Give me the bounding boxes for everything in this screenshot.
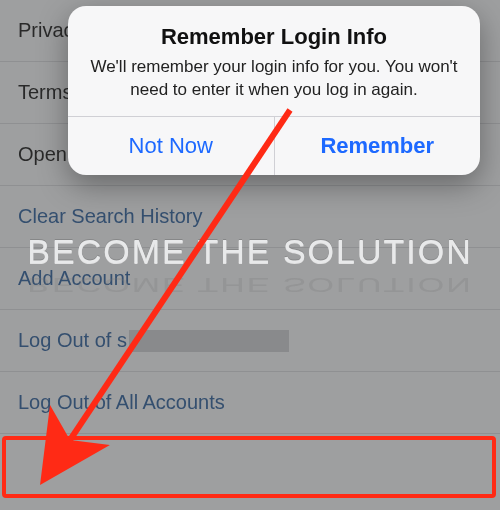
remember-button[interactable]: Remember	[274, 117, 481, 175]
alert-content: Remember Login Info We'll remember your …	[68, 6, 480, 116]
not-now-button[interactable]: Not Now	[68, 117, 274, 175]
alert-buttons: Not Now Remember	[68, 116, 480, 175]
remember-login-alert: Remember Login Info We'll remember your …	[68, 6, 480, 175]
alert-message: We'll remember your login info for you. …	[88, 56, 460, 102]
alert-title: Remember Login Info	[88, 24, 460, 50]
